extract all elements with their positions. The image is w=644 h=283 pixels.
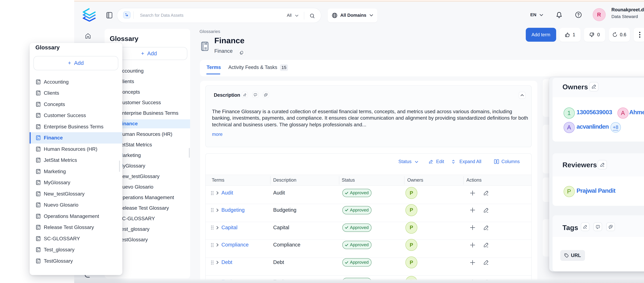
svg-text:?: ? bbox=[597, 225, 598, 228]
svg-text:?: ? bbox=[255, 93, 256, 95]
